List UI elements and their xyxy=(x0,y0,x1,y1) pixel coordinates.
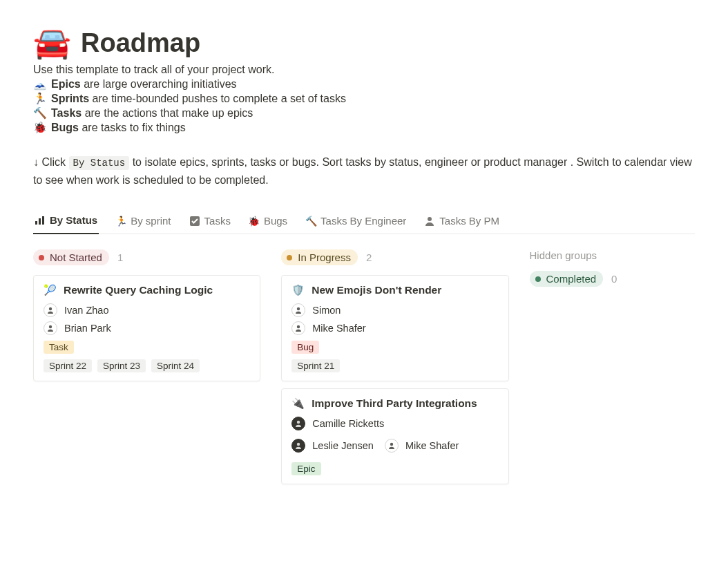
card-title: Rewrite Query Caching Logic xyxy=(64,284,213,296)
kanban-board: Not Started1🎾Rewrite Query Caching Logic… xyxy=(33,249,695,491)
svg-rect-2 xyxy=(42,216,44,225)
check-icon xyxy=(189,216,200,227)
sprint-tag: Sprint 23 xyxy=(97,359,146,372)
legend-item: 🔨Tasks are the actions that make up epic… xyxy=(33,106,695,120)
type-tag: Bug xyxy=(291,341,319,354)
avatar xyxy=(44,321,57,335)
assignee: Camille Ricketts xyxy=(291,417,498,430)
page-intro: Use this template to track all of your p… xyxy=(33,64,695,76)
sprint-tag: Sprint 24 xyxy=(151,359,200,372)
tab-label: Tasks By Engineer xyxy=(320,215,406,227)
tab-label: By Status xyxy=(50,214,97,226)
card[interactable]: 🔌Improve Third Party IntegrationsCamille… xyxy=(281,388,508,484)
tab-tasks-by-pm[interactable]: Tasks By PM xyxy=(423,209,501,234)
column-in-progress: In Progress2🛡️New Emojis Don't RenderSim… xyxy=(281,249,508,491)
tab-label: Bugs xyxy=(264,215,287,227)
avatar xyxy=(385,439,399,453)
column-not-started: Not Started1🎾Rewrite Query Caching Logic… xyxy=(33,249,260,388)
assignee: Brian Park xyxy=(44,321,250,335)
legend-text: Epics are large overarching initiatives xyxy=(51,78,237,91)
card-icon: 🔌 xyxy=(291,397,305,410)
assignee-name: Mike Shafer xyxy=(312,323,365,334)
assignee: Simon xyxy=(291,303,498,317)
status-dot-icon xyxy=(287,255,292,260)
usage-hint: ↓ Click By Status to isolate epics, spri… xyxy=(33,153,695,189)
assignee-name: Leslie Jensen xyxy=(312,440,374,451)
svg-point-6 xyxy=(49,325,52,328)
legend-emoji: 🐞 xyxy=(33,121,47,134)
runner-icon: 🏃 xyxy=(115,216,126,227)
avatar xyxy=(44,303,57,317)
type-tag: Epic xyxy=(291,462,320,475)
hammer-icon: 🔨 xyxy=(305,216,316,227)
legend-item: 🏃Sprints are time-bounded pushes to comp… xyxy=(33,92,695,105)
assignee: Mike Shafer xyxy=(291,321,498,335)
tab-by-sprint[interactable]: 🏃By sprint xyxy=(114,209,172,234)
status-label: Not Started xyxy=(50,251,102,263)
svg-point-10 xyxy=(297,443,300,446)
sprint-tag: Sprint 21 xyxy=(291,359,340,372)
card-title: Improve Third Party Integrations xyxy=(312,397,477,410)
legend-emoji: 🔨 xyxy=(33,106,47,120)
hidden-groups: Hidden groupsCompleted0 xyxy=(530,249,695,296)
tab-label: By sprint xyxy=(131,215,171,227)
column-count: 2 xyxy=(366,251,372,263)
assignee-name: Ivan Zhao xyxy=(64,305,109,316)
tab-label: Tasks xyxy=(204,215,231,227)
svg-point-7 xyxy=(297,307,300,310)
status-pill[interactable]: In Progress xyxy=(281,249,358,265)
tab-label: Tasks By PM xyxy=(439,215,499,227)
hint-prefix: ↓ Click xyxy=(33,156,66,168)
hint-suffix: to isolate epics, sprints, tasks or bugs… xyxy=(33,156,692,186)
assignee-name: Simon xyxy=(312,305,341,316)
card[interactable]: 🛡️New Emojis Don't RenderSimonMike Shafe… xyxy=(281,275,508,381)
status-pill[interactable]: Completed xyxy=(530,271,604,287)
card-icon: 🛡️ xyxy=(291,284,305,296)
card-title: New Emojis Don't Render xyxy=(312,284,441,296)
svg-rect-0 xyxy=(35,221,37,225)
legend-emoji: 🗻 xyxy=(33,77,47,91)
status-label: In Progress xyxy=(298,251,351,263)
svg-point-4 xyxy=(428,217,432,221)
assignee: Mike Shafer xyxy=(385,439,459,453)
tab-by-status[interactable]: By Status xyxy=(33,209,99,234)
status-pill[interactable]: Not Started xyxy=(33,249,109,265)
legend-text: Bugs are tasks to fix things xyxy=(51,122,186,134)
page-title: Roadmap xyxy=(81,28,200,58)
legend-text: Sprints are time-bounded pushes to compl… xyxy=(51,93,346,105)
tab-tasks[interactable]: Tasks xyxy=(188,209,232,234)
assignee: Leslie Jensen xyxy=(291,439,374,453)
status-dot-icon xyxy=(535,276,541,282)
card[interactable]: 🎾Rewrite Query Caching LogicIvan ZhaoBri… xyxy=(33,275,260,381)
hint-code: By Status xyxy=(69,156,130,170)
avatar xyxy=(291,439,305,453)
svg-point-8 xyxy=(297,325,300,328)
svg-point-5 xyxy=(49,307,52,310)
avatar xyxy=(291,303,305,317)
avatar xyxy=(291,417,305,430)
svg-rect-1 xyxy=(39,218,41,225)
legend-emoji: 🏃 xyxy=(33,92,47,105)
assignee-name: Camille Ricketts xyxy=(312,418,384,429)
assignee-name: Brian Park xyxy=(64,323,111,334)
svg-point-11 xyxy=(390,443,393,446)
assignee-name: Mike Shafer xyxy=(405,440,459,451)
assignee: Ivan Zhao xyxy=(44,303,250,317)
hidden-groups-label: Hidden groups xyxy=(530,249,695,261)
bug-icon: 🐞 xyxy=(249,216,260,227)
person-icon xyxy=(424,216,435,227)
card-icon: 🎾 xyxy=(44,284,57,296)
page-icon: 🚘 xyxy=(33,28,71,58)
legend-item: 🐞Bugs are tasks to fix things xyxy=(33,121,695,134)
board-icon xyxy=(35,215,46,226)
legend-text: Tasks are the actions that make up epics xyxy=(51,107,253,120)
sprint-tag: Sprint 22 xyxy=(44,359,92,372)
type-tag: Task xyxy=(44,341,74,354)
tab-bugs[interactable]: 🐞Bugs xyxy=(247,209,289,234)
tab-tasks-by-engineer[interactable]: 🔨Tasks By Engineer xyxy=(304,209,408,234)
status-dot-icon xyxy=(39,255,44,260)
legend-item: 🗻Epics are large overarching initiatives xyxy=(33,77,695,91)
column-count: 1 xyxy=(117,251,123,263)
avatar xyxy=(291,321,305,335)
svg-point-9 xyxy=(297,421,300,424)
